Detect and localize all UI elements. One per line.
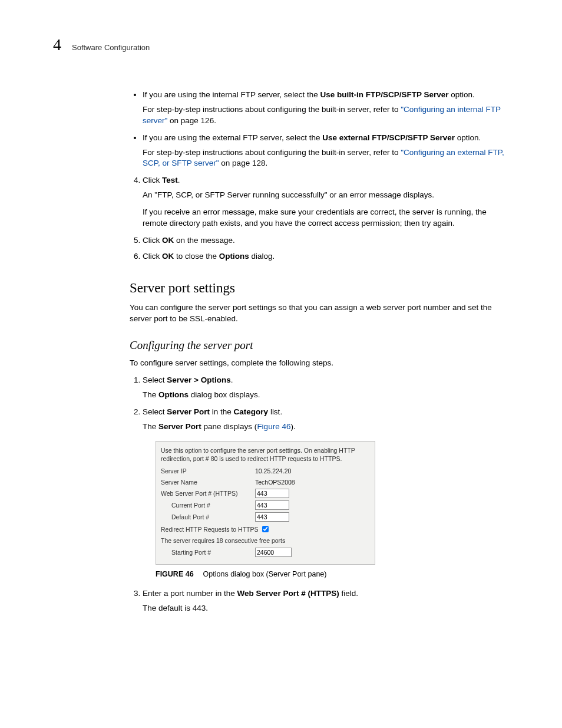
page-header: 4 Software Configuration [53,35,509,54]
field-row: Current Port # [161,500,370,510]
body-text: option. [455,133,481,142]
page: 4 Software Configuration If you are usin… [0,0,562,728]
step-paragraph: The default is 443. [143,603,509,614]
input-web-port[interactable] [255,489,289,498]
figure-caption-text: Options dialog box (Server Port pane) [203,570,327,578]
field-label-current-port: Current Port # [161,501,255,510]
ui-ref-bold: Use external FTP/SCP/SFTP Server [322,133,455,142]
input-current-port[interactable] [255,500,289,510]
field-label-free-ports: The server requires 18 consecutive free … [161,536,285,545]
body-text: on the message. [174,236,235,245]
step-item: Click OK to close the Options dialog. [143,251,509,262]
body-text: to close the [174,252,219,261]
sub-paragraph: For step-by-step instructions about conf… [143,147,509,170]
step-item: Select Server Port in the Category list.… [143,407,509,580]
ui-ref-bold: Options [158,390,189,399]
step-item: Click OK on the message. [143,235,509,246]
step-item: Select Server > Options. The Options dia… [143,375,509,401]
ui-ref-bold: OK [162,236,174,245]
body-text: field. [339,589,358,598]
field-row: Web Server Port # (HTTPS) [161,489,370,498]
ui-ref-bold: Server Port [167,407,210,416]
ui-ref-bold: Test [162,176,178,185]
ui-ref-bold: Web Server Port # (HTTPS) [237,589,339,598]
bullet-list: If you are using the internal FTP server… [130,90,509,169]
field-row: Redirect HTTP Requests to HTTPS [161,524,370,534]
body-text: The [143,390,158,399]
body-text: Select [143,375,167,384]
content-body: If you are using the internal FTP server… [130,90,509,614]
body-text: pane displays ( [201,422,257,431]
ui-ref-bold: Category [234,407,269,416]
step-paragraph: The Server Port pane displays (Figure 46… [143,421,509,433]
body-text: Enter a port number in the [143,589,237,598]
field-label-web-port: Web Server Port # (HTTPS) [161,489,255,498]
body-text: For step-by-step instructions about conf… [143,105,401,114]
ui-ref-bold: Server > Options [167,375,230,384]
body-text: list. [268,407,282,416]
body-text: in the [210,407,234,416]
body-text: Select [143,407,167,416]
field-row: Server IP 10.25.224.20 [161,467,370,476]
ui-ref-bold: Options [219,252,249,261]
body-text: If you are using the external FTP server… [143,133,322,142]
body-text: If you are using the internal FTP server… [143,90,320,99]
field-row: Starting Port # [161,548,370,557]
field-value-server-ip: 10.25.224.20 [255,467,291,476]
bullet-item: If you are using the internal FTP server… [143,90,509,127]
ui-ref-bold: Server Port [158,422,201,431]
figure-server-port-pane: Use this option to configure the server … [156,441,375,565]
body-text: . [178,176,180,185]
input-default-port[interactable] [255,512,289,522]
field-value-server-name: TechOPS2008 [255,478,295,487]
figure-description: Use this option to configure the server … [161,446,370,463]
step-item: Click Test. An "FTP, SCP, or SFTP Server… [143,175,509,229]
field-label-redirect: Redirect HTTP Requests to HTTPS [161,525,259,534]
ui-ref-bold: OK [162,252,174,261]
section-heading: Server port settings [130,279,509,298]
body-text: For step-by-step instructions about conf… [143,148,401,157]
field-label-starting-port: Starting Port # [161,548,255,557]
step-paragraph: If you receive an error message, make su… [143,207,509,229]
body-text: The [143,422,158,431]
subsection-intro: To configure server settings, complete t… [130,358,509,369]
bullet-item: If you are using the external FTP server… [143,133,509,170]
sub-paragraph: For step-by-step instructions about conf… [143,104,509,127]
body-text: on page 128. [219,159,268,167]
input-starting-port[interactable] [255,548,292,557]
step-paragraph: An "FTP, SCP, or SFTP Server running suc… [143,190,509,201]
section-intro: You can configure the server port settin… [130,302,509,325]
field-label-default-port: Default Port # [161,513,255,522]
body-text: dialog box displays. [189,390,260,399]
step-list-continued: Click Test. An "FTP, SCP, or SFTP Server… [130,175,509,262]
field-row: Default Port # [161,512,370,522]
body-text: ). [290,422,295,431]
chapter-number: 4 [53,35,61,54]
field-label-server-ip: Server IP [161,467,255,476]
body-text: Click [143,176,162,185]
chapter-title: Software Configuration [72,43,150,52]
step-paragraph: The Options dialog box displays. [143,390,509,401]
subsection-heading: Configuring the server port [130,338,509,354]
body-text: . [231,375,233,384]
body-text: Click [143,236,162,245]
ui-ref-bold: Use built-in FTP/SCP/SFTP Server [320,90,448,99]
field-label-server-name: Server Name [161,478,255,487]
step-list: Select Server > Options. The Options dia… [130,375,509,614]
body-text: on page 126. [167,116,216,125]
field-row: The server requires 18 consecutive free … [161,536,370,545]
step-item: Enter a port number in the Web Server Po… [143,588,509,614]
body-text: dialog. [249,252,275,261]
body-text: Click [143,252,162,261]
checkbox-redirect-https[interactable] [262,526,269,532]
figure-caption-label: FIGURE 46 [156,570,194,578]
body-text: option. [448,90,474,99]
field-row: Server Name TechOPS2008 [161,478,370,487]
figure-ref-link[interactable]: Figure 46 [257,422,290,431]
figure-caption: FIGURE 46Options dialog box (Server Port… [156,569,509,580]
